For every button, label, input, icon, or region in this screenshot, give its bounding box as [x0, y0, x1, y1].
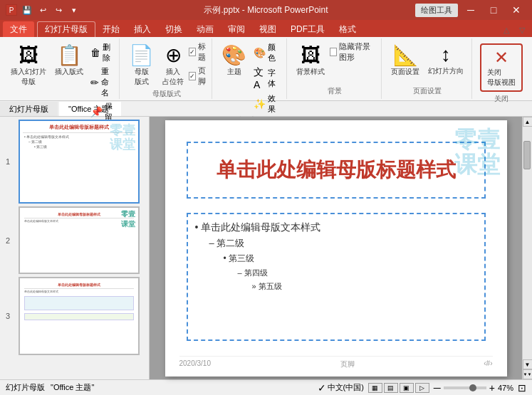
delete-icon: 🗑: [90, 47, 100, 58]
slide-orientation-btn[interactable]: ↕ 幻灯片方向: [424, 41, 467, 78]
group-page-setup: 📐 页面设置 ↕ 幻灯片方向 页面设置: [383, 38, 472, 99]
slideshow-btn[interactable]: ▷: [415, 383, 429, 393]
hide-bg-box[interactable]: [330, 48, 337, 56]
effect-icon: ✨: [254, 98, 266, 110]
color-label: 颜色: [268, 42, 280, 63]
group-master-layout: 📄 母版版式 ⊕ 插入占位符 标题 页脚 母版版式: [121, 38, 212, 99]
insert-placeholder-btn[interactable]: ⊕ 插入占位符: [159, 41, 187, 89]
zoom-level: 47%: [498, 384, 513, 392]
theme-label: 主题: [227, 67, 241, 77]
close-master-label: 关闭母版视图: [487, 68, 516, 88]
zoom-slider[interactable]: [444, 386, 486, 389]
theme-btn[interactable]: 🎨 主题: [218, 41, 250, 79]
insert-slide-master-btn[interactable]: 🖼 插入幻灯片母版: [7, 41, 50, 89]
page-setup-btn[interactable]: 📐 页面设置: [387, 41, 423, 79]
reading-view-btn[interactable]: ▣: [400, 383, 414, 393]
tab-review[interactable]: 审阅: [221, 21, 252, 37]
master-layout-btn[interactable]: 📄 母版版式: [125, 41, 157, 89]
background-group-label: 背景: [328, 86, 342, 98]
tab-pdf[interactable]: PDF工具: [283, 21, 332, 37]
undo-quick-btn[interactable]: ↩: [36, 3, 50, 17]
tab-transition[interactable]: 切换: [158, 21, 189, 37]
ribbon-content: 🖼 插入幻灯片母版 📋 插入版式 🗑 删除 ✏ 重命名 📌 保留: [0, 37, 532, 101]
effect-btn[interactable]: ✨ 效果: [251, 93, 282, 115]
slide-sorter-btn[interactable]: ▤: [384, 383, 398, 393]
close-master-view-btn[interactable]: ✕ 关闭母版视图: [480, 43, 523, 92]
scroll-track[interactable]: [523, 127, 532, 359]
footer-center: 页脚: [340, 359, 355, 369]
slide-title-box[interactable]: 单击此处编辑母版标题样式: [187, 142, 486, 199]
tab-view[interactable]: 视图: [252, 21, 283, 37]
footer-page: ‹#›: [484, 359, 492, 369]
slide-thumb-1[interactable]: 单击此处编辑母版标题样式 • 单击此处编辑母版文本样式 – 第二级 • 第三级 …: [19, 120, 140, 204]
zoom-out-btn[interactable]: ─: [434, 382, 441, 394]
scroll-next-slide-btn[interactable]: ▼▼: [523, 369, 533, 379]
footer-checkbox[interactable]: 页脚: [189, 65, 207, 87]
effect-label: 效果: [268, 93, 280, 115]
ribbon-collapse-btn[interactable]: ▽: [515, 23, 529, 37]
tab-format[interactable]: 格式: [332, 21, 363, 37]
scroll-thumb[interactable]: [523, 141, 531, 169]
slide-title-text: 单击此处编辑母版标题样式: [217, 157, 456, 184]
thumb-2-watermark: 零壹课堂: [121, 209, 135, 229]
status-right: ✓ 中文(中国) ▦ ▤ ▣ ▷ ─ + 47% ⊡: [318, 382, 526, 394]
title-checkbox[interactable]: 标题: [189, 41, 207, 63]
slide-canvas: 单击此处编辑母版标题样式 单击此处编辑母版文本样式 第二级 第三级 第四级 第五…: [165, 120, 507, 376]
slide-body-box[interactable]: 单击此处编辑母版文本样式 第二级 第三级 第四级 第五级: [187, 213, 486, 341]
slide-panel[interactable]: 1 单击此处编辑母版标题样式 • 单击此处编辑母版文本样式 – 第二级 • 第三…: [0, 117, 150, 379]
view-mode-buttons: ▦ ▤ ▣ ▷: [368, 383, 429, 393]
thumb-1-title: 单击此处编辑母版标题样式: [21, 124, 137, 131]
delete-btn[interactable]: 🗑 删除: [88, 41, 115, 64]
tab-animation[interactable]: 动画: [189, 21, 221, 37]
slide-2-number: 2: [6, 236, 10, 245]
slide-thumb-3[interactable]: 单击此处编辑母版标题样式 单击此处编辑母版文本样式: [19, 277, 140, 355]
tab-file[interactable]: 文件: [3, 21, 34, 37]
close-group-label: 关闭: [494, 94, 508, 105]
close-btn[interactable]: ✕: [506, 2, 526, 18]
fit-screen-btn[interactable]: ⊡: [518, 382, 526, 394]
insert-placeholder-label: 插入占位符: [162, 67, 184, 87]
language-indicator: ✓ 中文(中国): [318, 382, 364, 394]
redo-quick-btn[interactable]: ↪: [51, 3, 66, 17]
hide-bg-checkbox[interactable]: 隐藏背景图形: [330, 41, 377, 63]
thumb-3-text1: 单击此处编辑母版文本样式: [24, 290, 134, 293]
group-edit-theme: 🎨 主题 🎨 颜色 文A 字体 ✨ 效果 编辑主题: [214, 38, 287, 99]
thumb-2-text: 单击此处编辑母版文本样式: [24, 219, 134, 223]
group-background: 🖼 背景样式 隐藏背景图形 背景: [288, 38, 382, 99]
vertical-scrollbar[interactable]: ▲ ▼ ▼▼: [522, 117, 532, 379]
tab-insert[interactable]: 插入: [127, 21, 158, 37]
ribbon-help-btn[interactable]: △: [499, 23, 513, 37]
insert-layout-btn[interactable]: 📋 插入版式: [51, 41, 87, 79]
scroll-down-btn[interactable]: ▼: [523, 359, 533, 369]
page-setup-group-label: 页面设置: [413, 86, 442, 98]
title-checkbox-box[interactable]: [189, 48, 196, 56]
maximize-btn[interactable]: □: [484, 2, 504, 18]
rename-btn[interactable]: ✏ 重命名: [88, 65, 115, 99]
title-bar: P 💾 ↩ ↪ ▾ 示例.pptx - Microsoft PowerPoint…: [0, 0, 532, 20]
group-close: ✕ 关闭母版视图 关闭: [474, 38, 529, 99]
slide-orientation-label: 幻灯片方向: [428, 66, 464, 76]
insert-slide-master-label: 插入幻灯片母版: [11, 67, 46, 87]
tab-slidemaster[interactable]: 幻灯片母版: [37, 21, 95, 37]
footer-checkbox-box[interactable]: [189, 72, 196, 80]
color-btn[interactable]: 🎨 颜色: [251, 41, 282, 64]
slide-thumb-2[interactable]: 零壹课堂 单击此处编辑母版标题样式 单击此处编辑母版文本样式: [19, 206, 140, 274]
thumb-1-line: [23, 132, 135, 133]
minimize-btn[interactable]: ─: [461, 2, 481, 18]
bullet-item-1: 单击此处编辑母版文本样式: [195, 221, 477, 234]
rename-icon: ✏: [90, 77, 99, 88]
slide-1-number: 1: [6, 157, 10, 166]
zoom-thumb: [469, 384, 476, 391]
more-quick-btn[interactable]: ▾: [67, 3, 81, 17]
background-style-btn[interactable]: 🖼 背景样式: [293, 41, 328, 79]
tab-home[interactable]: 开始: [95, 21, 127, 37]
normal-view-btn[interactable]: ▦: [368, 383, 382, 393]
close-buttons: ✕ 关闭母版视图: [478, 40, 525, 94]
zoom-in-btn[interactable]: +: [489, 382, 495, 394]
save-quick-btn[interactable]: 💾: [20, 3, 34, 17]
app-icon: P: [6, 4, 17, 16]
bullet-item-4: 第四级: [238, 268, 477, 278]
font-btn[interactable]: 文A 字体: [251, 65, 282, 91]
scroll-up-btn[interactable]: ▲: [523, 117, 533, 127]
bullet-item-5: 第五级: [252, 281, 477, 292]
